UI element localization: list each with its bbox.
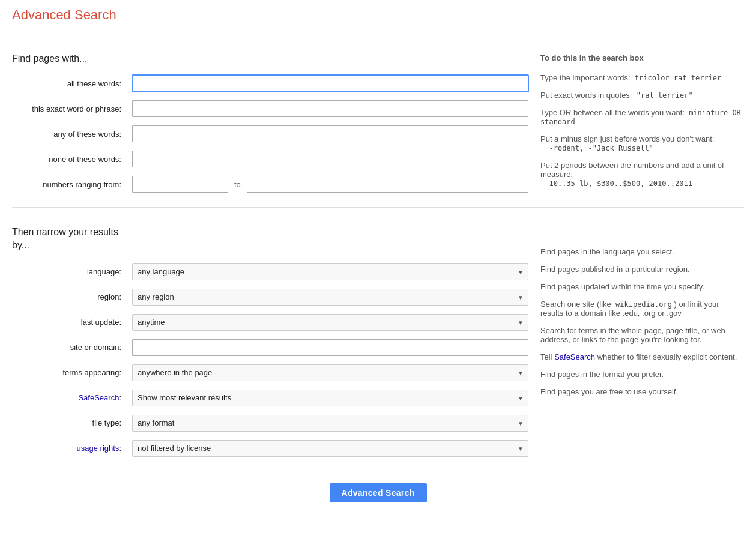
file-type-select-wrapper: any format ▼ [132, 415, 528, 432]
file-type-select[interactable]: any format [132, 415, 528, 432]
exact-phrase-label: this exact word or phrase: [12, 104, 132, 113]
language-select-wrapper: any language ▼ [132, 263, 528, 280]
hint-any-words: Type OR between all the words you want: … [540, 108, 744, 126]
any-words-input[interactable] [132, 125, 528, 142]
last-update-row: last update: anytime ▼ [12, 314, 528, 331]
hint-any-words-code: miniature OR standard [540, 109, 741, 126]
last-update-select-wrapper: anytime ▼ [132, 314, 528, 331]
range-to-label: to [234, 180, 241, 189]
region-label: region: [12, 292, 132, 301]
find-section-title: Find pages with... [12, 53, 528, 64]
hint-site-domain: Search one site (like wikipedia.org ) or… [540, 300, 744, 318]
hint-usage-rights: Find pages you are free to use yourself. [540, 387, 744, 396]
range-to-input[interactable] [247, 176, 528, 193]
usage-rights-select[interactable]: not filtered by license [132, 440, 528, 457]
safesearch-select-wrapper: Show most relevant results ▼ [132, 390, 528, 406]
main-content: Find pages with... all these words: this… [0, 29, 756, 526]
terms-appearing-select-wrapper: anywhere in the page ▼ [132, 364, 528, 381]
language-select[interactable]: any language [132, 263, 528, 280]
safesearch-label: SafeSearch: [12, 393, 132, 402]
hint-all-words: Type the important words: tricolor rat t… [540, 73, 744, 82]
exact-phrase-input[interactable] [132, 100, 528, 117]
numbers-range-row: numbers ranging from: to [12, 176, 528, 193]
hint-language: Find pages in the language you select. [540, 247, 744, 256]
terms-appearing-select[interactable]: anywhere in the page [132, 364, 528, 381]
hint-numbers-code: 10..35 lb, $300..$500, 2010..2011 [549, 179, 692, 188]
narrow-section-title: Then narrow your resultsby... [12, 226, 528, 253]
page-header: Advanced Search [0, 0, 756, 29]
narrow-section: Then narrow your resultsby... language: … [12, 214, 744, 465]
range-from-input[interactable] [132, 176, 228, 193]
hint-site-domain-code: wikipedia.org [615, 300, 672, 309]
terms-appearing-row: terms appearing: anywhere in the page ▼ [12, 364, 528, 381]
language-label: language: [12, 267, 132, 276]
none-words-row: none of these words: [12, 151, 528, 167]
find-left: Find pages with... all these words: this… [12, 41, 528, 201]
site-domain-row: site or domain: [12, 339, 528, 356]
exact-phrase-row: this exact word or phrase: [12, 100, 528, 117]
region-select[interactable]: any region [132, 289, 528, 306]
hint-exact-phrase: Put exact words in quotes: "rat terrier" [540, 91, 744, 100]
site-domain-label: site or domain: [12, 343, 132, 352]
site-domain-input[interactable] [132, 339, 528, 356]
file-type-label: file type: [12, 418, 132, 427]
usage-rights-row: usage rights: not filtered by license ▼ [12, 440, 528, 457]
find-section: Find pages with... all these words: this… [12, 41, 744, 201]
all-words-label: all these words: [12, 79, 132, 88]
hint-region: Find pages published in a particular reg… [540, 265, 744, 274]
file-type-row: file type: any format ▼ [12, 415, 528, 432]
advanced-search-button[interactable]: Advanced Search [330, 483, 427, 502]
none-words-input[interactable] [132, 151, 528, 167]
all-words-input[interactable] [132, 75, 528, 92]
safesearch-select[interactable]: Show most relevant results [132, 390, 528, 406]
submit-row: Advanced Search [12, 483, 744, 502]
hint-last-update: Find pages updated within the time you s… [540, 282, 744, 291]
find-right: To do this in the search box Type the im… [528, 41, 744, 201]
region-select-wrapper: any region ▼ [132, 289, 528, 306]
section-divider [12, 207, 744, 208]
narrow-right: Find pages in the language you select. F… [528, 214, 744, 465]
safesearch-label-link[interactable]: SafeSearch [78, 393, 119, 402]
all-words-row: all these words: [12, 75, 528, 92]
any-words-label: any of these words: [12, 130, 132, 139]
usage-rights-select-wrapper: not filtered by license ▼ [132, 440, 528, 457]
hint-file-type: Find pages in the format you prefer. [540, 370, 744, 379]
terms-appearing-label: terms appearing: [12, 368, 132, 377]
hint-safesearch: Tell SafeSearch whether to filter sexual… [540, 352, 744, 361]
hint-numbers: Put 2 periods between the numbers and ad… [540, 161, 744, 188]
narrow-left: Then narrow your resultsby... language: … [12, 214, 528, 465]
hint-safesearch-link[interactable]: SafeSearch [554, 352, 595, 361]
hint-terms-appearing: Search for terms in the whole page, page… [540, 326, 744, 344]
numbers-range-label: numbers ranging from: [12, 180, 132, 189]
page-title: Advanced Search [12, 7, 744, 23]
usage-rights-label: usage rights: [12, 444, 132, 453]
region-row: region: any region ▼ [12, 289, 528, 306]
hint-none-words: Put a minus sign just before words you d… [540, 134, 744, 152]
language-row: language: any language ▼ [12, 263, 528, 280]
safesearch-row: SafeSearch: Show most relevant results ▼ [12, 390, 528, 406]
any-words-row: any of these words: [12, 125, 528, 142]
none-words-label: none of these words: [12, 155, 132, 164]
hint-all-words-code: tricolor rat terrier [635, 74, 722, 82]
last-update-label: last update: [12, 318, 132, 327]
hint-exact-phrase-code: "rat terrier" [637, 91, 693, 100]
last-update-select[interactable]: anytime [132, 314, 528, 331]
range-inputs: to [132, 176, 528, 193]
usage-rights-label-link[interactable]: usage rights [77, 444, 119, 453]
find-right-title: To do this in the search box [540, 53, 744, 62]
hint-none-words-code: -rodent, -"Jack Russell" [549, 144, 653, 152]
